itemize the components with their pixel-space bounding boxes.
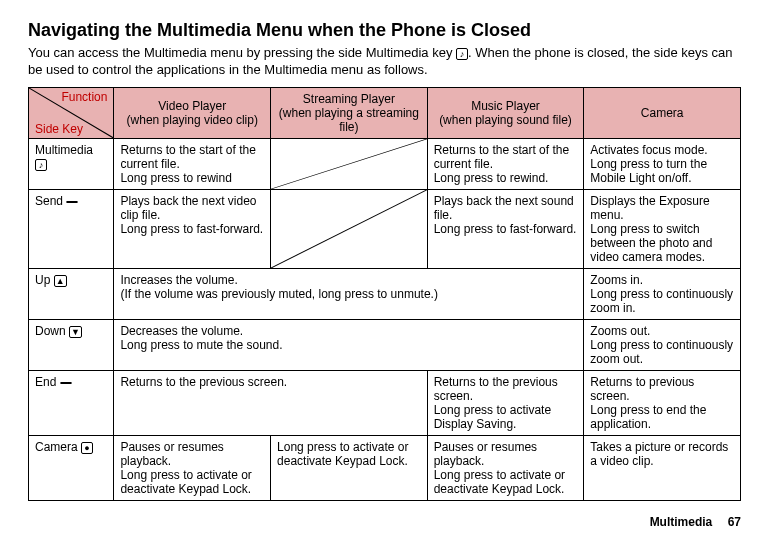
- cell-down-camera: Zooms out.Long press to continuously zoo…: [584, 319, 741, 370]
- multimedia-label: Multimedia: [35, 143, 93, 157]
- footer-page-number: 67: [728, 515, 741, 529]
- cell-up-merged: Increases the volume.(If the volume was …: [114, 268, 584, 319]
- multimedia-key-icon: ♪: [456, 48, 468, 60]
- cell-multimedia-stream-na: [271, 138, 428, 189]
- header-streaming-player: Streaming Player(when playing a streamin…: [271, 87, 428, 138]
- row-camera: Camera ● Pauses or resumes playback.Long…: [29, 435, 741, 500]
- camera-row-icon: ●: [81, 442, 93, 454]
- cell-end-key: End: [29, 370, 114, 435]
- cell-end-music: Returns to the previous screen.Long pres…: [427, 370, 584, 435]
- intro-paragraph: You can access the Multimedia menu by pr…: [28, 45, 741, 79]
- cell-down-merged: Decreases the volume.Long press to mute …: [114, 319, 584, 370]
- cell-end-merged: Returns to the previous screen.: [114, 370, 427, 435]
- header-camera: Camera: [584, 87, 741, 138]
- svg-line-2: [271, 190, 427, 268]
- row-up: Up ▲ Increases the volume.(If the volume…: [29, 268, 741, 319]
- footer-section: Multimedia: [650, 515, 713, 529]
- send-label: Send: [35, 194, 66, 208]
- cell-send-music: Plays back the next sound file.Long pres…: [427, 189, 584, 268]
- cell-multimedia-video: Returns to the start of the current file…: [114, 138, 271, 189]
- header-function-label: Function: [61, 90, 107, 104]
- cell-multimedia-key: Multimedia ♪: [29, 138, 114, 189]
- cell-camera-stream: Long press to activate or deactivate Key…: [271, 435, 428, 500]
- cell-send-key: Send: [29, 189, 114, 268]
- cell-multimedia-music: Returns to the start of the current file…: [427, 138, 584, 189]
- row-send: Send Plays back the next video clip file…: [29, 189, 741, 268]
- cell-camera-key: Camera ●: [29, 435, 114, 500]
- end-row-icon: [60, 382, 72, 384]
- cell-camera-video: Pauses or resumes playback.Long press to…: [114, 435, 271, 500]
- intro-text-before: You can access the Multimedia menu by pr…: [28, 45, 456, 60]
- send-row-icon: [66, 201, 78, 203]
- up-label: Up: [35, 273, 54, 287]
- row-down: Down ▼ Decreases the volume.Long press t…: [29, 319, 741, 370]
- page-footer: Multimedia 67: [28, 515, 741, 529]
- header-video-player: Video Player(when playing video clip): [114, 87, 271, 138]
- cell-send-stream-na: [271, 189, 428, 268]
- down-label: Down: [35, 324, 69, 338]
- cell-multimedia-camera: Activates focus mode.Long press to turn …: [584, 138, 741, 189]
- cell-down-key: Down ▼: [29, 319, 114, 370]
- cell-end-camera: Returns to previous screen.Long press to…: [584, 370, 741, 435]
- cell-camera-camera: Takes a picture or records a video clip.: [584, 435, 741, 500]
- header-sidekey-label: Side Key: [35, 122, 83, 136]
- function-table: Function Side Key Video Player(when play…: [28, 87, 741, 501]
- header-diagonal-cell: Function Side Key: [29, 87, 114, 138]
- multimedia-row-icon: ♪: [35, 159, 47, 171]
- page-title: Navigating the Multimedia Menu when the …: [28, 20, 741, 41]
- header-music-player: Music Player(when playing sound file): [427, 87, 584, 138]
- cell-send-video: Plays back the next video clip file.Long…: [114, 189, 271, 268]
- cell-send-camera: Displays the Exposure menu.Long press to…: [584, 189, 741, 268]
- row-end: End Returns to the previous screen. Retu…: [29, 370, 741, 435]
- svg-line-1: [271, 139, 427, 189]
- row-multimedia: Multimedia ♪ Returns to the start of the…: [29, 138, 741, 189]
- cell-up-camera: Zooms in.Long press to continuously zoom…: [584, 268, 741, 319]
- cell-up-key: Up ▲: [29, 268, 114, 319]
- camera-label: Camera: [35, 440, 81, 454]
- cell-camera-music: Pauses or resumes playback.Long press to…: [427, 435, 584, 500]
- end-label: End: [35, 375, 60, 389]
- up-row-icon: ▲: [54, 275, 67, 287]
- down-row-icon: ▼: [69, 326, 82, 338]
